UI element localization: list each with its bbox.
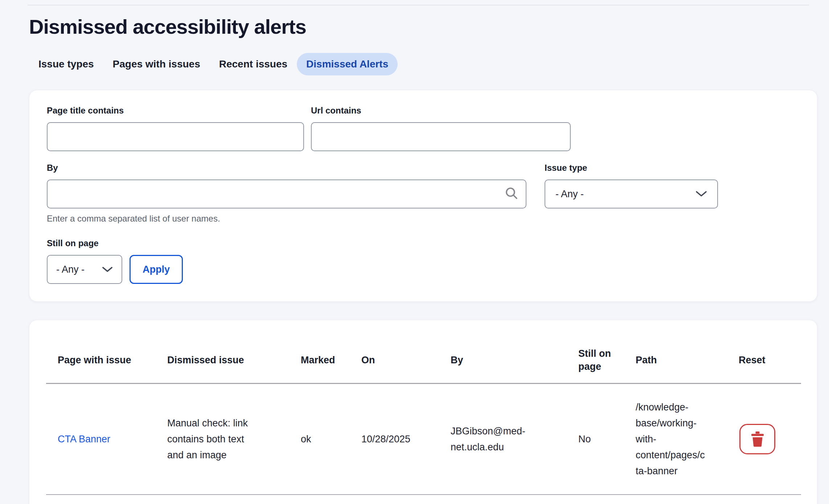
by-input[interactable] xyxy=(47,179,526,208)
chevron-down-icon xyxy=(695,191,707,197)
col-header-still-on-page: Still on page xyxy=(578,337,636,383)
issue-type-selected-value: - Any - xyxy=(555,189,584,200)
page-title: Dismissed accessibility alerts xyxy=(29,15,818,38)
dismissed-alerts-table: Page with issue Dismissed issue Marked O… xyxy=(46,337,801,495)
still-on-page-select[interactable]: - Any - xyxy=(47,255,122,284)
tab-dismissed-alerts[interactable]: Dismissed Alerts xyxy=(297,53,398,75)
issue-type-select[interactable]: - Any - xyxy=(545,179,718,208)
dismissed-issue-cell: Manual check: link contains both text an… xyxy=(167,415,258,463)
still-on-page-cell: No xyxy=(578,383,636,495)
col-header-marked: Marked xyxy=(301,337,361,383)
path-cell: /knowledge-base/working-with-content/pag… xyxy=(636,399,705,479)
trash-icon xyxy=(751,431,764,447)
page-title-contains-input[interactable] xyxy=(47,122,304,151)
page-with-issue-link[interactable]: CTA Banner xyxy=(58,434,110,445)
search-icon xyxy=(505,186,518,202)
by-label: By xyxy=(47,163,526,173)
col-header-page-with-issue: Page with issue xyxy=(46,337,167,383)
tab-recent-issues[interactable]: Recent issues xyxy=(210,53,297,75)
on-date-cell: 10/28/2025 xyxy=(361,383,451,495)
marked-cell: ok xyxy=(301,383,361,495)
filters-panel: Page title contains Url contains By xyxy=(29,90,817,302)
issue-type-label: Issue type xyxy=(545,163,718,173)
reset-delete-button[interactable] xyxy=(739,424,775,454)
by-help-text: Enter a comma separated list of user nam… xyxy=(47,214,526,224)
still-on-page-label: Still on page xyxy=(47,238,800,248)
tab-bar: Issue types Pages with issues Recent iss… xyxy=(29,53,818,75)
page-title-contains-label: Page title contains xyxy=(47,106,304,116)
col-header-by: By xyxy=(451,337,578,383)
col-header-dismissed-issue: Dismissed issue xyxy=(167,337,301,383)
table-row: CTA Banner Manual check: link contains b… xyxy=(46,383,801,495)
chevron-down-icon xyxy=(102,267,113,273)
col-header-on: On xyxy=(361,337,451,383)
col-header-reset: Reset xyxy=(739,337,801,383)
tab-pages-with-issues[interactable]: Pages with issues xyxy=(103,53,210,75)
tab-issue-types[interactable]: Issue types xyxy=(29,53,103,75)
by-user-cell: JBGibson@med-net.ucla.edu xyxy=(451,423,534,455)
apply-button[interactable]: Apply xyxy=(130,255,183,284)
top-divider xyxy=(28,5,809,5)
table-header-row: Page with issue Dismissed issue Marked O… xyxy=(46,337,801,383)
url-contains-label: Url contains xyxy=(311,106,571,116)
col-header-path: Path xyxy=(636,337,739,383)
url-contains-input[interactable] xyxy=(311,122,571,151)
dismissed-alerts-panel: Page with issue Dismissed issue Marked O… xyxy=(29,320,817,504)
main-content: Dismissed accessibility alerts Issue typ… xyxy=(0,5,818,504)
still-on-page-selected-value: - Any - xyxy=(56,264,85,275)
